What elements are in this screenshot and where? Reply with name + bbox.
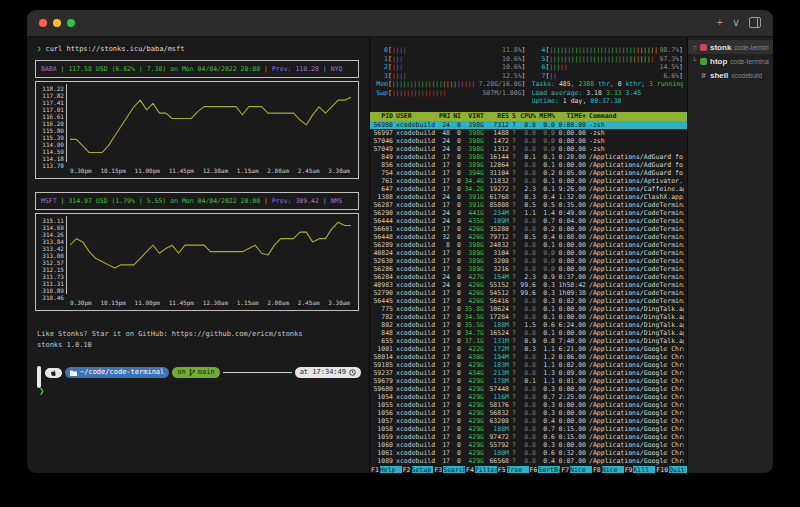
fkey-F3[interactable]: F3Search [433,466,465,473]
process-row[interactable]: 1059xcodebuild170429G97472?0.00.60:15.00… [370,433,687,441]
fkey-F6[interactable]: F6SortBy [529,466,561,473]
process-row[interactable]: 1089xcodebuild170429G66568?0.00.40:07.00… [370,457,687,465]
minimize-window-button[interactable] [53,19,61,27]
zoom-window-button[interactable] [67,19,75,27]
column-header-user[interactable]: USER [396,112,436,121]
process-row[interactable]: 1388xcodebuild240391G61768?0.30.41:32.00… [370,193,687,201]
y-tick: 118.22 [38,85,64,92]
stonks-terminal-pane[interactable]: ❯ curl https://stonks.icu/baba/msft BABA… [27,37,369,473]
x-tick: 11.45pm [169,299,194,306]
process-row[interactable]: 56997xcodebuild480398G1488?0.00.00:00.00… [370,129,687,137]
process-row[interactable]: 59237xcodebuild170434G213M?0.01.30:09.00… [370,369,687,377]
column-header-pid[interactable]: PID [373,112,393,121]
fkey-F9[interactable]: F9Kill [624,466,656,473]
process-row[interactable]: 1056xcodebuild170429G56832?0.00.30:00.00… [370,409,687,417]
cwd-segment: ~/code/code-terminal [65,367,169,378]
process-row[interactable]: 1055xcodebuild170429G58176?0.00.30:00.00… [370,401,687,409]
prompt-chevron-icon: ❯ [37,45,41,53]
process-row[interactable]: 1001xcodebuild170422G172M?0.31.16:21.00/… [370,345,687,353]
column-header-mem[interactable]: MEM% [539,112,555,121]
process-row[interactable]: 1060xcodebuild170429G55792?0.00.30:00.00… [370,441,687,449]
clock-icon [349,369,356,376]
process-row[interactable]: 59185xcodebuild170429G183M?0.01.10:02.00… [370,361,687,369]
process-row[interactable]: 40824xcodebuild170389G3104?0.00.00:00.00… [370,249,687,257]
fkey-F2[interactable]: F2Setup [402,466,434,473]
process-row[interactable]: 59680xcodebuild170429G57448?0.00.30:00.0… [370,385,687,393]
process-row[interactable]: 1057xcodebuild170429G63200?0.00.40:00.00… [370,417,687,425]
close-window-button[interactable] [39,19,47,27]
process-row[interactable]: 56444xcodebuild240435G109M?0.00.70:04.00… [370,217,687,225]
fkey-F4[interactable]: F4Filter [465,466,497,473]
process-row[interactable]: 647xcodebuild17034.2G19272?2.30.19:26.00… [370,185,687,193]
y-tick: 311.31 [38,280,64,287]
htop-pane[interactable]: 0[||||11.8%]1[|||10.6%]2[|||10.6%]3[||||… [369,37,687,473]
process-row[interactable]: 775xcodebuild17035.8G10624?0.00.10:00.00… [370,305,687,313]
process-row[interactable]: 761xcodebuild17034.4G11832?0.00.10:00.00… [370,177,687,185]
process-row[interactable]: 58014xcodebuild170430G194M?0.01.20:06.00… [370,353,687,361]
prompt-cursor-line[interactable]: ❯ [39,386,361,396]
process-row[interactable]: 1058xcodebuild170429G108M?0.00.70:15.00/… [370,425,687,433]
process-row[interactable]: 56980xcodebuild240398G7312?0.00.00:00.00… [370,121,687,129]
process-row[interactable]: 56445xcodebuild170426G56416?0.00.30:02.0… [370,297,687,305]
process-row[interactable]: 56289xcodebuild80398G24832?0.00.10:00.00… [370,241,687,249]
column-header-pri[interactable]: PRI [439,112,450,121]
meter-mem: Mem[|||||||||||||||||||||||7.20G/16.0G] [374,80,526,89]
process-row[interactable]: 856xcodebuild170389G12864?0.00.10:00.00/… [370,161,687,169]
x-tick: 1.15am [237,167,259,174]
column-header-s[interactable]: S [512,112,517,121]
process-row[interactable]: 56286xcodebuild170389G3216?0.00.00:00.00… [370,265,687,273]
column-header-time[interactable]: TIME+ [558,112,586,121]
column-header-cpu[interactable]: CPU% [520,112,536,121]
process-row[interactable]: 56601xcodebuild170426G35280?0.00.20:00.0… [370,225,687,233]
window-controls [39,19,75,27]
process-row[interactable]: 56448xcodebuild320426G79712?0.50.40:08.0… [370,233,687,241]
fkey-F10[interactable]: F10Quit [655,466,687,473]
process-row[interactable]: 52790xcodebuild170426G54512?99.60.31h09:… [370,289,687,297]
process-row[interactable]: 782xcodebuild17034.5G17284?0.00.10:00.00… [370,313,687,321]
baba-plot-area [66,84,354,162]
process-row[interactable]: 56284xcodebuild240427G154M?2.30.90:37.00… [370,273,687,281]
meter-cpu3: 3[||||12.5%] [374,72,526,81]
process-row[interactable]: 56290xcodebuild240441G234M?1.11.40:49.00… [370,209,687,217]
tabs-sidebar[interactable]: ┌stonkcode-terminal└htopcode-terminal#sh… [687,37,773,473]
process-row[interactable]: 848xcodebuild17034.7G16524?0.00.10:00.00… [370,329,687,337]
process-row[interactable]: 655xcodebuild17037.1G131M?0.90.87:40.00/… [370,337,687,345]
fkey-F5[interactable]: F5Tree [497,466,529,473]
chevron-down-icon[interactable]: ∨ [732,15,740,29]
process-row[interactable]: 56287xcodebuild170391G85808?0.50.50:35.0… [370,201,687,209]
x-tick: 2.00am [267,299,289,306]
process-row[interactable]: 57049xcodebuild240398G1312?0.00.00:00.00… [370,145,687,153]
fkey-F8[interactable]: F8Nice + [592,466,624,473]
meter-cpu1: 1[|||10.6%] [374,55,526,64]
cwd-path: ~/code/code-terminal [80,368,164,377]
titlebar[interactable]: + ∨ [27,10,773,37]
baba-quote-header: BABA | 117.58 USD (6.62% | 7.30) on Mon … [35,60,359,78]
process-row[interactable]: 754xcodebuild170394G31104?0.00.20:05.00/… [370,169,687,177]
fkey-F1[interactable]: F1Help [370,466,402,473]
process-row[interactable]: 59679xcodebuild170429G178M?0.11.10:01.00… [370,377,687,385]
os-segment [45,368,62,378]
process-row[interactable]: 40983xcodebuild240426G55152?99.60.31h50:… [370,281,687,289]
process-row[interactable]: 849xcodebuild170398G16144?0.10.10:28.00/… [370,153,687,161]
process-row[interactable]: 57046xcodebuild240398G1472?0.00.00:00.00… [370,137,687,145]
column-header-ni[interactable]: NI [453,112,461,121]
window-content: ❯ curl https://stonks.icu/baba/msft BABA… [27,37,773,473]
column-header-res[interactable]: RES [487,112,509,121]
tab-shell[interactable]: #shellxcodebuild [688,68,773,82]
tab-htop[interactable]: └htopcode-terminal [688,54,773,68]
y-tick: 310.46 [38,294,64,301]
process-row[interactable]: 802xcodebuild17035.5G188M?1.50.66:24.00/… [370,321,687,329]
process-row[interactable]: 1054xcodebuild170429G116M?0.00.72:25.00/… [370,393,687,401]
new-tab-button[interactable]: + [717,15,723,29]
y-tick: 117.01 [38,106,64,113]
y-tick: 114.59 [38,148,64,155]
fkey-F7[interactable]: F7Nice - [560,466,592,473]
process-row[interactable]: 1061xcodebuild170429G100M?0.00.60:32.00/… [370,449,687,457]
hash-icon: # [700,71,707,80]
htop-function-key-bar: F1HelpF2SetupF3SearchF4FilterF5TreeF6Sor… [370,466,687,473]
column-header-virt[interactable]: VIRT [464,112,484,121]
process-row[interactable]: 52630xcodebuild170389G3200?0.00.00:00.00… [370,257,687,265]
tab-stonk[interactable]: ┌stonkcode-terminal [688,40,773,54]
column-header-command[interactable]: Command [589,112,684,121]
split-pane-icon[interactable] [749,17,761,28]
